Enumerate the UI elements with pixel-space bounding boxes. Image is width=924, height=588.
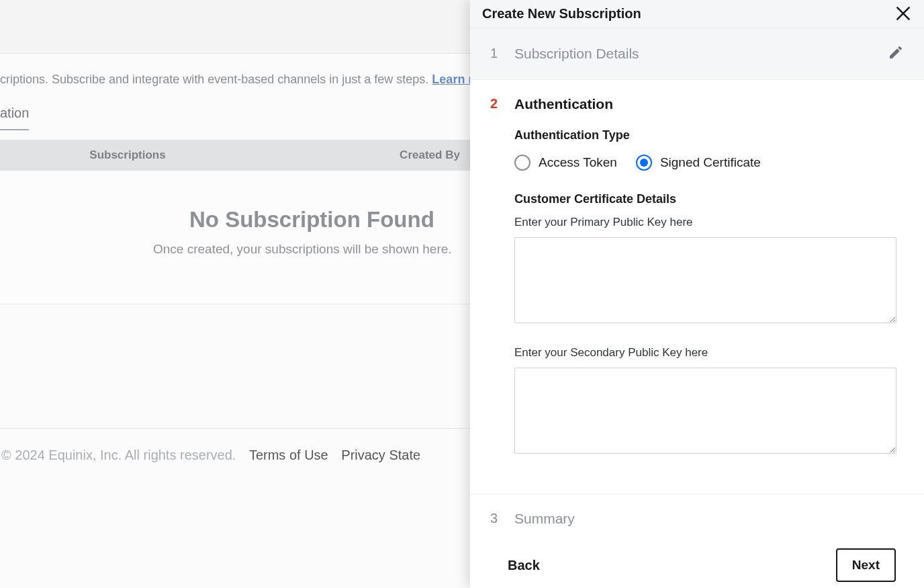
step-number: 3 bbox=[490, 511, 498, 526]
privacy-link[interactable]: Privacy State bbox=[341, 448, 420, 462]
step-label: Authentication bbox=[514, 96, 613, 112]
auth-type-heading: Authentication Type bbox=[514, 128, 880, 142]
create-subscription-drawer: Create New Subscription 1 Subscription D… bbox=[470, 0, 924, 588]
radio-label: Access Token bbox=[539, 155, 617, 170]
step-label: Subscription Details bbox=[514, 46, 639, 62]
back-button[interactable]: Back bbox=[508, 558, 540, 573]
auth-type-radio-group: Access Token Signed Certificate bbox=[514, 155, 880, 171]
radio-label: Signed Certificate bbox=[660, 155, 761, 170]
step-summary[interactable]: 3 Summary bbox=[470, 494, 924, 543]
radio-icon bbox=[514, 155, 530, 171]
secondary-key-label: Enter your Secondary Public Key here bbox=[514, 346, 880, 360]
close-icon[interactable] bbox=[894, 5, 912, 22]
drawer-title: Create New Subscription bbox=[482, 6, 641, 22]
column-subscriptions: Subscriptions bbox=[0, 149, 255, 162]
step-label: Summary bbox=[514, 511, 575, 527]
auth-form: Authentication Type Access Token Signed … bbox=[470, 128, 924, 494]
secondary-key-input[interactable] bbox=[514, 368, 896, 454]
radio-access-token[interactable]: Access Token bbox=[514, 155, 617, 171]
secondary-key-field: Enter your Secondary Public Key here bbox=[514, 346, 880, 456]
description-text: criptions. Subscribe and integrate with … bbox=[0, 73, 432, 86]
radio-signed-certificate[interactable]: Signed Certificate bbox=[636, 155, 761, 171]
drawer-header: Create New Subscription bbox=[470, 0, 924, 28]
primary-key-label: Enter your Primary Public Key here bbox=[514, 216, 880, 229]
primary-key-field: Enter your Primary Public Key here bbox=[514, 216, 880, 326]
step-number: 1 bbox=[490, 46, 498, 61]
terms-link[interactable]: Terms of Use bbox=[249, 448, 328, 462]
step-number: 2 bbox=[490, 96, 498, 112]
pencil-icon[interactable] bbox=[888, 44, 904, 63]
primary-key-input[interactable] bbox=[514, 237, 896, 323]
step-authentication: 2 Authentication bbox=[470, 80, 924, 128]
next-button[interactable]: Next bbox=[836, 548, 896, 582]
step-subscription-details[interactable]: 1 Subscription Details bbox=[470, 28, 924, 80]
drawer-footer: Back Next bbox=[470, 543, 924, 588]
copyright-text: © 2024 Equinix, Inc. All rights reserved… bbox=[1, 448, 236, 462]
cert-details-heading: Customer Certificate Details bbox=[514, 192, 880, 206]
radio-icon bbox=[636, 155, 652, 171]
tab-truncated[interactable]: ation bbox=[0, 106, 29, 130]
